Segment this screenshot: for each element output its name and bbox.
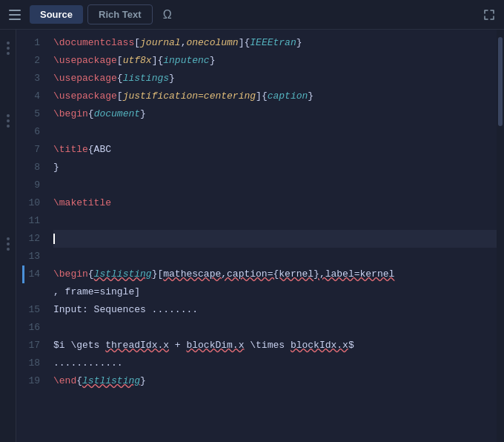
- code-line-19: \end{lstlisting}: [53, 372, 497, 390]
- tab-rich-text[interactable]: Rich Text: [87, 4, 153, 24]
- gutter-dot-3: [7, 52, 10, 55]
- line-num-8: 8: [34, 159, 40, 177]
- code-line-7: \title{ABC: [53, 141, 497, 159]
- code-line-cont: , frame=single]: [53, 283, 497, 301]
- line-num-18: 18: [28, 354, 40, 372]
- code-line-1: \documentclass[journal,onecolumn]{IEEEtr…: [53, 34, 497, 52]
- gutter-dot-9: [7, 248, 10, 251]
- code-line-16: [53, 319, 497, 337]
- code-line-15: Input: Sequences ........: [53, 301, 497, 319]
- line-num-10: 10: [28, 194, 40, 212]
- gutter-dots-3: [7, 237, 10, 251]
- line-num-16: 16: [28, 319, 40, 337]
- line-num-3: 3: [34, 70, 40, 88]
- gutter-dot-1: [7, 42, 10, 44]
- line-num-1: 1: [34, 34, 40, 52]
- line-num-2: 2: [34, 52, 40, 70]
- code-line-14: \begin{lstlisting}[mathescape,caption={k…: [53, 265, 497, 283]
- editor-area[interactable]: 1 2 3 4 5 6 7 8 9 10 11 12 13 14 15 16 1…: [16, 30, 504, 442]
- code-line-6: [53, 123, 497, 141]
- line-num-9: 9: [34, 177, 40, 194]
- gutter-dot-8: [7, 243, 10, 245]
- code-line-13: [53, 248, 497, 265]
- line-num-15: 15: [28, 301, 40, 319]
- line-num-11: 11: [28, 212, 40, 230]
- code-line-17: $i \gets threadIdx.x + blockDim.x \times…: [53, 337, 497, 354]
- code-line-10: \maketitle: [53, 194, 497, 212]
- tab-source[interactable]: Source: [30, 5, 83, 24]
- expand-button[interactable]: [479, 4, 500, 25]
- editor-window: Source Rich Text Ω: [0, 0, 504, 442]
- code-line-4: \usepackage[justification=centering]{cap…: [53, 88, 497, 105]
- line-num-7: 7: [34, 141, 40, 159]
- gutter-dot-5: [7, 119, 10, 122]
- scrollbar[interactable]: [497, 30, 504, 442]
- scrollbar-thumb[interactable]: [498, 37, 503, 126]
- code-line-5: \begin{document}: [53, 105, 497, 123]
- gutter-dot-7: [7, 237, 10, 240]
- line-num-4: 4: [34, 88, 40, 105]
- gutter-dots-2: [7, 114, 10, 128]
- line-numbers: 1 2 3 4 5 6 7 8 9 10 11 12 13 14 15 16 1…: [16, 30, 47, 442]
- editor-main: 1 2 3 4 5 6 7 8 9 10 11 12 13 14 15 16 1…: [0, 30, 504, 442]
- line-num-12: 12: [28, 230, 40, 248]
- line-num-6: 6: [34, 123, 40, 141]
- line-num-14: 14: [28, 265, 40, 283]
- line-num-19: 19: [28, 372, 40, 390]
- menu-icon[interactable]: [4, 4, 25, 25]
- line-num-13: 13: [28, 248, 40, 265]
- gutter-dots: [7, 42, 10, 55]
- code-line-12: [53, 230, 497, 248]
- code-line-3: \usepackage{listings}: [53, 70, 497, 88]
- code-content[interactable]: \documentclass[journal,onecolumn]{IEEEtr…: [47, 30, 497, 442]
- tab-group: Source Rich Text Ω: [4, 4, 178, 25]
- top-bar: Source Rich Text Ω: [0, 0, 504, 30]
- line-num-5: 5: [34, 105, 40, 123]
- gutter-dot-4: [7, 114, 10, 117]
- code-line-2: \usepackage[utf8x]{inputenc}: [53, 52, 497, 70]
- tab-omega[interactable]: Ω: [157, 4, 178, 25]
- code-line-8: }: [53, 159, 497, 177]
- code-line-11: [53, 212, 497, 230]
- gutter-dot-2: [7, 47, 10, 50]
- gutter-dot-6: [7, 125, 10, 128]
- left-gutter: [0, 30, 16, 442]
- code-line-18: ............: [53, 354, 497, 372]
- code-line-9: [53, 177, 497, 194]
- line-num-17: 17: [28, 337, 40, 354]
